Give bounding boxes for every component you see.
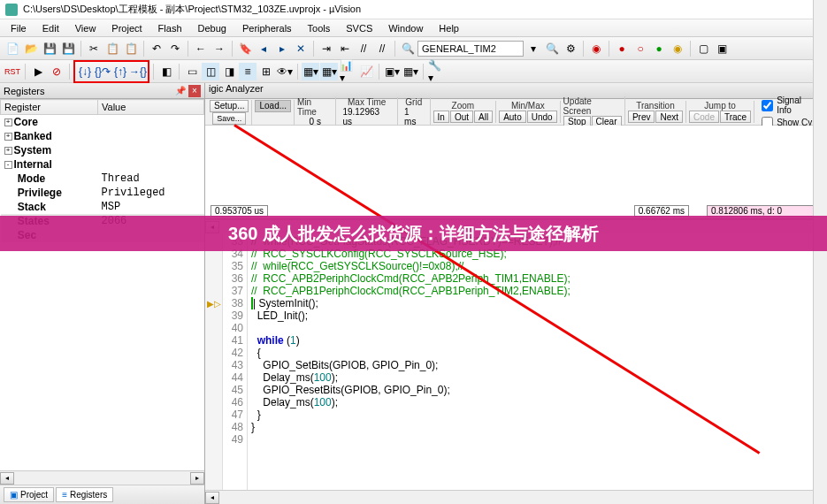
- menu-help[interactable]: Help: [432, 21, 466, 35]
- reg-row[interactable]: StackMSP: [1, 200, 204, 214]
- copy-icon[interactable]: 📋: [103, 40, 121, 57]
- save-icon[interactable]: 💾: [41, 40, 58, 57]
- reg-row[interactable]: + System: [1, 143, 204, 157]
- zoom-in-button[interactable]: In: [433, 111, 449, 123]
- bookmark-prev-icon[interactable]: ◂: [255, 40, 272, 57]
- find-icon[interactable]: 🔍: [399, 40, 417, 57]
- tab-project[interactable]: ▣Project: [4, 487, 54, 502]
- grid-label: Grid: [405, 97, 422, 107]
- registers-scroll-h[interactable]: ◂ ▸: [0, 470, 204, 485]
- zoom-label: Zoom: [452, 101, 475, 111]
- saveall-icon[interactable]: 💾: [59, 40, 77, 57]
- watch-icon[interactable]: 👁▾: [276, 63, 294, 80]
- new-icon[interactable]: 📄: [4, 40, 21, 57]
- debug-icon[interactable]: ◉: [587, 40, 605, 57]
- scroll-right-icon[interactable]: ▸: [190, 472, 204, 485]
- bookmark-icon[interactable]: 🔖: [236, 40, 254, 57]
- reg-row[interactable]: + Core: [1, 115, 204, 130]
- scroll-left-icon[interactable]: ◂: [0, 472, 14, 485]
- cmd-icon[interactable]: ▭: [183, 63, 201, 80]
- reg-row[interactable]: - Internal: [1, 157, 204, 172]
- logic-canvas[interactable]: 0.953705 us 0.66762 ms 0.812806 ms, d: 0: [205, 126, 827, 219]
- regs-icon[interactable]: ≡: [239, 63, 257, 80]
- comment-icon[interactable]: //: [355, 40, 372, 57]
- redo-icon[interactable]: ↷: [166, 40, 184, 57]
- analyzer-icon[interactable]: 📊▾: [339, 63, 356, 80]
- code-scrollbar-v[interactable]: [813, 233, 827, 490]
- cut-icon[interactable]: ✂: [85, 40, 103, 57]
- reg-row[interactable]: PrivilegePrivileged: [1, 186, 204, 200]
- save-button[interactable]: Save...: [212, 112, 246, 125]
- bookmark-clear-icon[interactable]: ✕: [292, 40, 310, 57]
- update-label: Update Screen: [563, 96, 622, 116]
- sys-icon[interactable]: ▣▾: [383, 63, 401, 80]
- menu-svcs[interactable]: SVCS: [339, 21, 379, 35]
- menu-project[interactable]: Project: [104, 21, 149, 35]
- pin-icon[interactable]: 📌: [174, 85, 187, 97]
- dot3-icon[interactable]: ●: [650, 40, 668, 57]
- disasm-icon[interactable]: ◫: [202, 63, 219, 80]
- paste-icon[interactable]: 📋: [122, 40, 140, 57]
- menu-tools[interactable]: Tools: [301, 21, 338, 35]
- reg-col-value[interactable]: Value: [98, 100, 204, 115]
- signal-info-check[interactable]: [762, 100, 773, 111]
- tab-registers[interactable]: ≡Registers: [56, 487, 113, 502]
- mem-icon[interactable]: ▦▾: [302, 63, 319, 80]
- prev-trans-button[interactable]: Prev: [628, 111, 655, 123]
- menu-view[interactable]: View: [68, 21, 103, 35]
- dot2-icon[interactable]: ○: [632, 40, 649, 57]
- close-icon[interactable]: ×: [188, 85, 201, 97]
- show-icon[interactable]: ◧: [157, 63, 175, 80]
- manage-icon[interactable]: ▣: [713, 40, 731, 57]
- jump-trace-button[interactable]: Trace: [720, 111, 751, 123]
- find2-icon[interactable]: 🔍: [543, 40, 561, 57]
- undo-icon[interactable]: ↶: [148, 40, 165, 57]
- fwd-icon[interactable]: →: [211, 40, 228, 57]
- step-out-icon[interactable]: {↑}: [111, 63, 129, 80]
- run-cursor-icon[interactable]: →{}: [129, 63, 147, 80]
- serial-icon[interactable]: ▦▾: [320, 63, 338, 80]
- window-icon[interactable]: ▢: [694, 40, 712, 57]
- step-over-icon[interactable]: {}↷: [94, 63, 111, 80]
- open-icon[interactable]: 📂: [22, 40, 40, 57]
- stop-icon[interactable]: ⊘: [48, 63, 65, 80]
- reg-row[interactable]: ModeThread: [1, 172, 204, 186]
- dropdown-icon[interactable]: ▾: [525, 40, 542, 57]
- zoom-all-button[interactable]: All: [474, 111, 493, 123]
- menu-file[interactable]: File: [4, 21, 34, 35]
- menu-edit[interactable]: Edit: [35, 21, 66, 35]
- menu-window[interactable]: Window: [381, 21, 430, 35]
- code-editor[interactable]: // while(RCC_GetFlagStatus(RCC_FLAG_HSER…: [248, 233, 827, 490]
- jump-code-button[interactable]: Code: [689, 111, 719, 123]
- bookmark-next-icon[interactable]: ▸: [273, 40, 291, 57]
- indent-icon[interactable]: ⇥: [318, 40, 335, 57]
- next-trans-button[interactable]: Next: [655, 111, 683, 123]
- reg-col-name[interactable]: Register: [1, 100, 98, 115]
- code-scroll-left-icon[interactable]: ◂: [205, 492, 219, 504]
- menu-peripherals[interactable]: Peripherals: [235, 21, 299, 35]
- symbol-icon[interactable]: ◨: [220, 63, 238, 80]
- code-scroll-h[interactable]: ◂ ▸: [205, 490, 827, 504]
- menu-debug[interactable]: Debug: [191, 21, 234, 35]
- uncomment-icon[interactable]: //: [373, 40, 391, 57]
- back-icon[interactable]: ←: [192, 40, 210, 57]
- menu-flash[interactable]: Flash: [151, 21, 189, 35]
- dot1-icon[interactable]: ●: [613, 40, 631, 57]
- auto-button[interactable]: Auto: [499, 111, 526, 123]
- callstack-icon[interactable]: ⊞: [257, 63, 275, 80]
- config-icon[interactable]: ⚙: [562, 40, 579, 57]
- target-combo[interactable]: [417, 41, 524, 57]
- undo-button[interactable]: Undo: [527, 111, 557, 123]
- trace-icon[interactable]: 📈: [357, 63, 375, 80]
- load-button[interactable]: Load...: [255, 100, 291, 112]
- reg-row[interactable]: + Banked: [1, 129, 204, 143]
- step-in-icon[interactable]: {↓}: [76, 63, 94, 80]
- toolbox-icon[interactable]: ▦▾: [402, 63, 419, 80]
- run-icon[interactable]: ▶: [29, 63, 47, 80]
- outdent-icon[interactable]: ⇤: [336, 40, 354, 57]
- reset-icon[interactable]: RST: [4, 63, 21, 80]
- setup-button[interactable]: Setup...: [210, 100, 249, 112]
- tools-icon[interactable]: 🔧▾: [427, 63, 445, 80]
- dot4-icon[interactable]: ◉: [669, 40, 686, 57]
- zoom-out-button[interactable]: Out: [450, 111, 473, 123]
